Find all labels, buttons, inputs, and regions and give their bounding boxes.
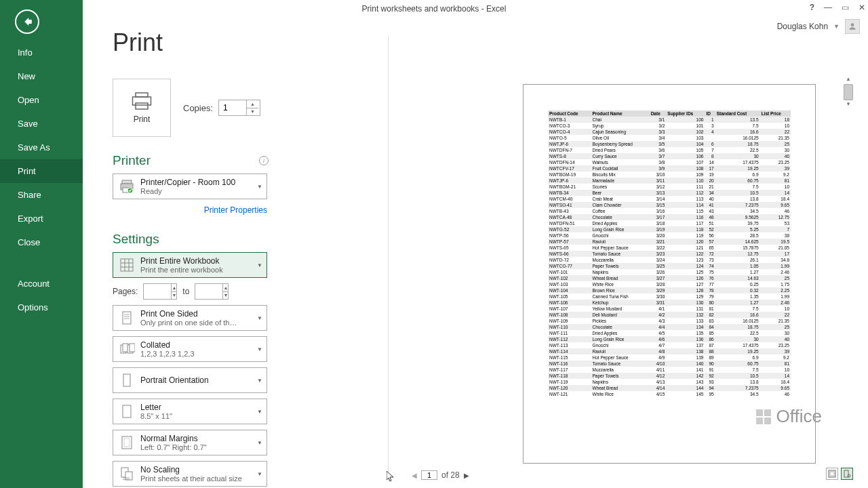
printer-select[interactable]: Printer/Copier - Room 100 Ready ▼ [113,174,267,199]
print-what-sub: Print the entire workbook [140,266,254,274]
sides-title: Print One Sided [140,309,254,319]
zoom-to-page-button[interactable] [841,468,853,480]
sidebar: Info New Open Save Save As Print Share E… [0,0,83,488]
page-total: of 28 [441,470,460,480]
svg-rect-3 [136,103,148,109]
scaling-icon: 100 [117,464,136,483]
collate-select[interactable]: Collated 1,2,3 1,2,3 1,2,3 ▼ [113,336,267,362]
next-page-icon[interactable]: ▶ [464,472,469,479]
nav-print[interactable]: Print [0,159,83,183]
nav-info[interactable]: Info [0,41,83,64]
paper-sub: 8.5" x 11" [140,412,254,420]
nav-account[interactable]: Account [0,272,83,296]
printer-heading: Printer [113,153,151,168]
scrollbar-thumb[interactable] [844,84,853,100]
pages-to-stepper[interactable]: ▲▼ [195,283,229,300]
show-margins-button[interactable] [826,468,838,480]
paper-title: Letter [140,403,254,412]
prev-page-icon[interactable]: ◀ [412,472,417,479]
chevron-down-icon: ▼ [254,315,262,321]
collate-icon [117,340,136,359]
copies-down-icon[interactable]: ▼ [247,108,258,116]
printer-properties-link[interactable]: Printer Properties [204,205,267,215]
nav-export[interactable]: Export [0,207,83,230]
print-button-label: Print [134,115,151,124]
scaling-select[interactable]: 100 No Scaling Print sheets at their act… [113,461,267,487]
chevron-down-icon: ▼ [254,440,262,446]
back-button[interactable] [15,9,39,34]
svg-rect-13 [123,312,131,324]
nav-close[interactable]: Close [0,230,83,254]
svg-rect-22 [123,405,131,418]
chevron-down-icon: ▼ [254,471,262,477]
svg-text:100: 100 [123,476,130,481]
orientation-title: Portrait Orientation [140,375,254,385]
copies-label: Copies: [183,103,213,113]
margins-icon [117,433,136,452]
svg-rect-4 [122,180,132,184]
chevron-down-icon: ▼ [254,409,262,415]
margins-title: Normal Margins [140,434,254,443]
settings-heading: Settings [113,232,159,247]
chevron-down-icon: ▼ [254,346,262,352]
sides-select[interactable]: Print One Sided Only print on one side o… [113,305,267,331]
nav-save-as[interactable]: Save As [0,136,83,159]
paper-select[interactable]: Letter 8.5" x 11" ▼ [113,399,267,424]
pages-label: Pages: [113,287,138,296]
collate-title: Collated [140,340,254,350]
scroll-up-icon[interactable]: ▲ [844,76,853,84]
print-button[interactable]: Print [113,79,171,137]
preview-table: Product CodeProduct NameDateSupplier IDs… [548,110,791,397]
pages-from-stepper[interactable]: ▲▼ [143,283,177,300]
chevron-down-icon: ▼ [254,378,262,384]
margins-sub: Left: 0.7" Right: 0.7" [140,443,254,451]
nav-share[interactable]: Share [0,183,83,207]
preview-pane: ▲ ▼ Product CodeProduct NameDateSupplier… [388,37,856,481]
svg-rect-8 [121,259,133,271]
scaling-sub: Print sheets at their actual size [140,474,254,483]
chevron-down-icon: ▼ [254,262,262,268]
svg-rect-21 [123,374,130,386]
page-number-input[interactable] [421,470,437,480]
svg-rect-29 [830,472,834,476]
info-icon[interactable]: i [259,156,269,165]
printer-name: Printer/Copier - Room 100 [140,178,254,187]
collate-sub: 1,2,3 1,2,3 1,2,3 [140,350,254,358]
nav-options[interactable]: Options [0,296,83,319]
scroll-down-icon[interactable]: ▼ [844,101,853,109]
svg-rect-1 [136,93,148,97]
pages-to-label: to [182,287,189,296]
paper-icon [117,402,136,421]
page-single-icon [117,308,136,327]
nav-save[interactable]: Save [0,112,83,136]
pages-to-input[interactable] [195,287,222,296]
printer-icon [117,177,136,196]
portrait-icon [117,371,136,390]
svg-rect-20 [130,344,135,352]
sides-sub: Only print on one side of th… [140,319,254,327]
copies-input[interactable] [219,103,246,113]
pages-from-input[interactable] [144,287,171,296]
scaling-title: No Scaling [140,465,254,474]
nav-new[interactable]: New [0,64,83,88]
workbook-icon [117,256,136,274]
nav-open[interactable]: Open [0,88,83,112]
print-what-title: Print Entire Workbook [140,256,254,266]
margins-select[interactable]: Normal Margins Left: 0.7" Right: 0.7" ▼ [113,430,267,455]
office-logo: Office [756,406,822,427]
copies-up-icon[interactable]: ▲ [247,100,258,108]
copies-stepper[interactable]: ▲▼ [218,100,260,116]
chevron-down-icon: ▼ [254,184,262,190]
orientation-select[interactable]: Portrait Orientation ▼ [113,367,267,393]
print-what-select[interactable]: Print Entire Workbook Print the entire w… [113,252,267,278]
printer-status: Ready [140,187,254,195]
